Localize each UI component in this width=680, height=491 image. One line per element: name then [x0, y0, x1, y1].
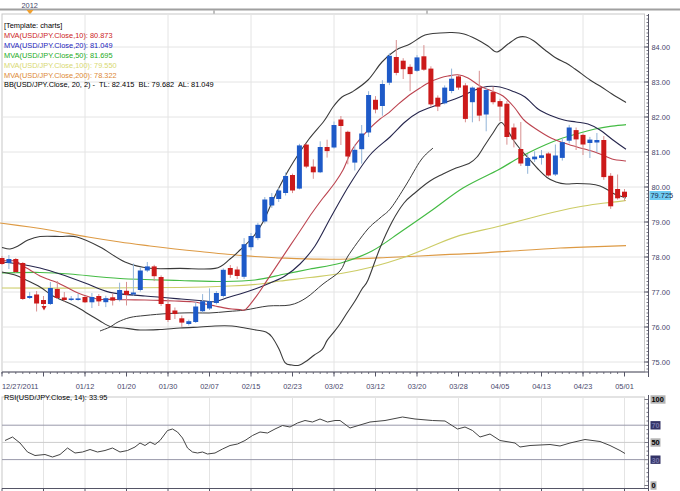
- svg-text:RSI(USD/JPY.Close, 14): 33.95: RSI(USD/JPY.Close, 14): 33.95: [4, 393, 107, 402]
- svg-text:03/28: 03/28: [449, 382, 468, 391]
- svg-text:30: 30: [652, 456, 660, 465]
- svg-text:03/12: 03/12: [366, 382, 385, 391]
- svg-text:03/20: 03/20: [408, 382, 427, 391]
- svg-text:78.00: 78.00: [652, 253, 671, 262]
- svg-text:[Template: charts]: [Template: charts]: [4, 21, 62, 30]
- svg-text:77.00: 77.00: [652, 288, 671, 297]
- svg-text:03/02: 03/02: [325, 382, 344, 391]
- svg-text:02/07: 02/07: [200, 382, 219, 391]
- svg-text:01/30: 01/30: [159, 382, 178, 391]
- svg-text:81.00: 81.00: [652, 148, 671, 157]
- svg-text:83.00: 83.00: [652, 78, 671, 87]
- svg-text:05/01: 05/01: [615, 382, 634, 391]
- svg-text:01/12: 01/12: [76, 382, 95, 391]
- svg-text:75.00: 75.00: [652, 358, 671, 367]
- svg-text:MVA(USD/JPY.Close,200): 78.322: MVA(USD/JPY.Close,200): 78.322: [4, 71, 117, 80]
- svg-text:MVA(USD/JPY.Close,10): 80.873: MVA(USD/JPY.Close,10): 80.873: [4, 31, 113, 40]
- svg-text:04/05: 04/05: [491, 382, 510, 391]
- svg-text:04/23: 04/23: [574, 382, 593, 391]
- svg-text:02/15: 02/15: [242, 382, 261, 391]
- svg-text:100: 100: [652, 395, 664, 404]
- svg-text:01/20: 01/20: [117, 382, 136, 391]
- svg-text:50: 50: [652, 438, 660, 447]
- svg-text:79.00: 79.00: [652, 218, 671, 227]
- svg-text:MVA(USD/JPY.Close,100): 79.550: MVA(USD/JPY.Close,100): 79.550: [4, 61, 117, 70]
- svg-text:04/13: 04/13: [532, 382, 551, 391]
- svg-text:70: 70: [652, 421, 660, 430]
- svg-text:82.00: 82.00: [652, 113, 671, 122]
- svg-text:0: 0: [652, 481, 656, 490]
- svg-text:2012: 2012: [22, 1, 38, 10]
- svg-text:MVA(USD/JPY.Close,20): 81.049: MVA(USD/JPY.Close,20): 81.049: [4, 41, 113, 50]
- svg-text:76.00: 76.00: [652, 323, 671, 332]
- svg-text:84.00: 84.00: [652, 43, 671, 52]
- svg-text:MVA(USD/JPY.Close,50): 81.695: MVA(USD/JPY.Close,50): 81.695: [4, 51, 113, 60]
- svg-text:BB(USD/JPY.Close, 20, 2) - TL: BB(USD/JPY.Close, 20, 2) - TL: 82.415 BL…: [4, 80, 214, 89]
- svg-text:79.725: 79.725: [651, 191, 674, 200]
- svg-text:12/27/2011: 12/27/2011: [2, 382, 38, 391]
- svg-text:02/23: 02/23: [283, 382, 302, 391]
